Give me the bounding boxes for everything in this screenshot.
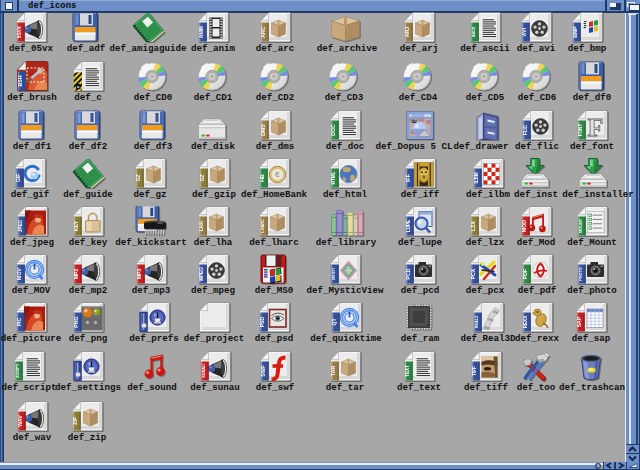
svg-text:GIF: GIF xyxy=(15,174,21,183)
svg-text:LUPE: LUPE xyxy=(406,220,411,232)
svg-text:SCRIPT: SCRIPT xyxy=(16,363,20,378)
svg-text:DMS: DMS xyxy=(260,124,266,136)
svg-text:IFF: IFF xyxy=(405,174,411,182)
svg-text:LZX: LZX xyxy=(470,221,476,231)
svg-text:PHOTO: PHOTO xyxy=(579,267,583,280)
svg-text:MOV: MOV xyxy=(16,268,22,280)
svg-text:PIC: PIC xyxy=(16,317,22,326)
svg-text:DOC: DOC xyxy=(330,124,336,136)
svg-text:REAL3: REAL3 xyxy=(475,316,479,328)
svg-text:TIFF: TIFF xyxy=(472,366,477,376)
svg-text:SAP: SAP xyxy=(576,316,582,327)
svg-text:JPEG: JPEG xyxy=(18,219,23,232)
svg-text:QT: QT xyxy=(331,318,337,326)
svg-text:ARJ: ARJ xyxy=(404,27,410,37)
svg-text:HTML: HTML xyxy=(331,171,336,184)
svg-text:ARC: ARC xyxy=(260,26,266,37)
svg-text:FLIC: FLIC xyxy=(523,124,528,135)
svg-text:ILBM: ILBM xyxy=(474,172,479,183)
svg-text:PNG: PNG xyxy=(73,316,79,327)
svg-text:SUNAU: SUNAU xyxy=(202,364,206,378)
svg-text:BSH: BSH xyxy=(17,75,23,86)
svg-text:MOD: MOD xyxy=(521,220,527,232)
svg-text:MP2: MP2 xyxy=(73,269,79,280)
svg-text:8SVX: 8SVX xyxy=(17,25,22,38)
svg-text:LHA: LHA xyxy=(198,220,204,231)
svg-text:C: C xyxy=(77,84,80,89)
svg-text:PCX: PCX xyxy=(470,268,476,279)
svg-text:WAV: WAV xyxy=(17,415,23,427)
svg-text:FONT: FONT xyxy=(578,124,583,137)
svg-text:AVI: AVI xyxy=(521,27,527,36)
svg-text:MYSTI: MYSTI xyxy=(332,268,336,280)
svg-text:SWF: SWF xyxy=(260,365,266,377)
svg-text:LHARC: LHARC xyxy=(261,219,265,233)
svg-text:ASCII: ASCII xyxy=(472,27,476,37)
svg-text:PDF: PDF xyxy=(522,269,528,279)
svg-text:GZ: GZ xyxy=(199,174,205,182)
svg-text:MP3: MP3 xyxy=(136,269,142,280)
svg-text:PSD: PSD xyxy=(259,316,265,327)
svg-text:HB: HB xyxy=(259,174,265,182)
svg-text:BMP: BMP xyxy=(572,26,578,38)
svg-text:F: F xyxy=(588,113,604,140)
svg-text:KEY: KEY xyxy=(73,220,79,231)
svg-text:GZ: GZ xyxy=(135,174,141,182)
svg-text:TEXT: TEXT xyxy=(405,365,410,377)
svg-text:MPEG: MPEG xyxy=(199,267,204,281)
svg-text:MOUNT: MOUNT xyxy=(579,218,583,233)
svg-text:€: € xyxy=(275,170,280,179)
svg-text:TAR: TAR xyxy=(330,366,336,377)
svg-text:PCD: PCD xyxy=(405,268,411,279)
svg-text:ZIP: ZIP xyxy=(72,416,78,425)
svg-text:REXX: REXX xyxy=(523,315,528,328)
svg-text:ANIM: ANIM xyxy=(199,26,204,38)
